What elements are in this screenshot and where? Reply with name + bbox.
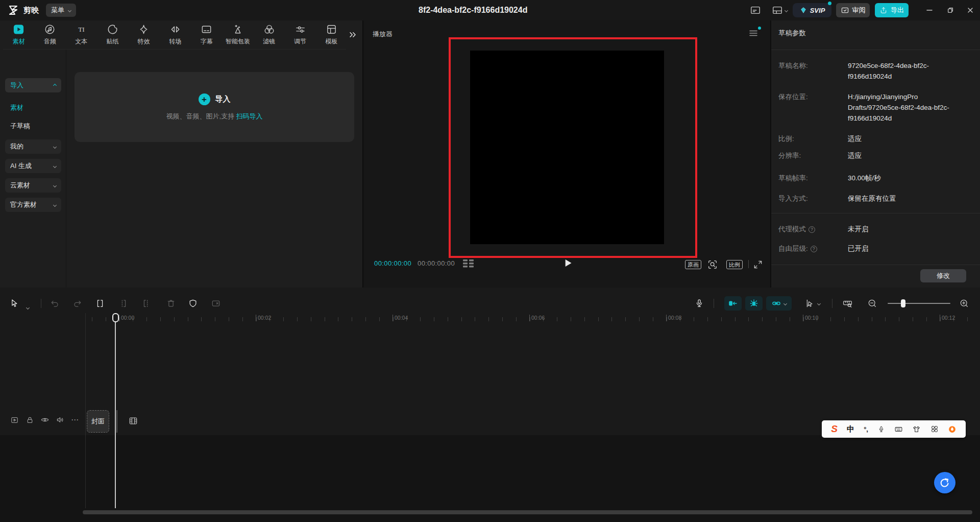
divider [771,213,980,213]
sidebar-item-ai-generate[interactable]: AI 生成 [5,159,61,173]
play-button[interactable] [561,256,574,270]
focus-zoom-button[interactable] [707,259,718,270]
ime-promo-icon[interactable] [948,425,957,434]
fullscreen-button[interactable] [753,259,763,270]
split-button[interactable] [94,298,106,309]
zoom-in-button[interactable] [958,298,970,309]
ruler-label: 00:00 [119,315,134,321]
export-button[interactable]: 导出 [875,3,909,17]
sidebar-item-subdraft[interactable]: 子草稿 [5,119,61,133]
mask-button[interactable] [187,298,199,309]
ime-keyboard-icon[interactable] [894,425,903,434]
chevron-down-icon [817,301,820,305]
sidebar-item-cloud-material[interactable]: 云素材 [5,178,61,193]
text-icon: TI [76,23,87,35]
tab-filter[interactable]: 滤镜 [253,20,284,49]
cover-button[interactable]: 封面 [87,410,109,433]
linkage-toggle[interactable] [766,296,792,311]
ime-skin-icon[interactable] [912,425,921,434]
tab-audio[interactable]: 音频 [34,20,65,49]
document-title: 8f2-4dea-bf2c-f9166d19024d [419,0,658,20]
tab-captions[interactable]: 字幕 [191,20,222,49]
more-track-options-button[interactable]: ⋯ [69,414,81,425]
redo-button[interactable] [71,298,84,309]
tab-adjust[interactable]: 调节 [285,20,316,49]
minimize-button[interactable] [922,4,937,16]
svip-badge[interactable]: SVIP [793,3,831,17]
track-type-button[interactable] [9,414,20,425]
export-upload-icon [879,6,888,14]
info-icon[interactable]: ? [811,246,817,252]
sidebar-item-import[interactable]: 导入 [5,78,61,92]
ime-mic-icon[interactable] [877,425,885,433]
main-track-placeholder[interactable] [128,415,139,426]
assistant-fab-button[interactable] [934,472,955,493]
more-tabs-button[interactable] [343,20,362,49]
delete-right-button[interactable] [140,298,153,309]
original-quality-button[interactable]: 原画 [685,260,701,269]
panel-toggle-icon[interactable] [748,4,763,16]
preview-axis-toggle[interactable] [800,298,824,309]
media-tabs: 素材 音频 TI 文本 贴纸 特效 转场 字幕 智能包装 [3,20,346,50]
timeline-zoom-slider-handle[interactable] [901,299,905,307]
record-voiceover-button[interactable] [693,298,705,309]
close-gap-button[interactable] [210,298,222,309]
main-track-magnet-toggle[interactable] [724,296,742,311]
import-dropzone[interactable]: + 导入 视频、音频、图片,支持 扫码导入 [75,72,354,142]
tab-sticker[interactable]: 贴纸 [97,20,128,49]
undo-icon [50,298,60,309]
tab-transition[interactable]: 转场 [159,20,190,49]
sidebar-item-material[interactable]: 素材 [5,101,61,115]
review-button[interactable]: 审阅 [836,3,870,17]
horizontal-scrollbar[interactable] [83,510,972,514]
chevron-down-icon [784,8,788,12]
lock-track-button[interactable] [24,414,35,425]
timeline-zoom-slider-track[interactable] [888,303,950,304]
import-hint: 视频、音频、图片,支持 扫码导入 [166,112,262,121]
tab-media[interactable]: 素材 [3,20,34,49]
video-canvas[interactable] [470,51,664,244]
delete-left-button[interactable] [117,298,129,309]
info-icon[interactable]: ? [808,226,815,233]
divider [714,299,714,308]
link-icon [771,298,781,309]
sidebar-item-mine[interactable]: 我的 [5,139,61,154]
delete-button[interactable] [165,298,177,309]
import-button[interactable]: + 导入 [199,93,231,105]
close-button[interactable] [963,4,978,16]
player-menu-button[interactable] [749,30,758,37]
playhead-handle[interactable] [112,313,119,322]
layout-switch-icon[interactable] [768,4,791,16]
sogou-logo-icon[interactable]: S [831,423,838,435]
tab-effects[interactable]: 特效 [128,20,159,49]
divider [116,410,117,433]
ime-toolbar[interactable]: S 中 °, [822,420,966,438]
restore-button[interactable] [943,4,958,16]
chevron-down-icon [53,145,57,148]
ime-toolbox-grid-icon[interactable] [930,425,939,433]
ime-mode-toggle[interactable]: 中 [847,424,854,434]
tab-text[interactable]: TI 文本 [66,20,97,49]
frame-grid-icon[interactable] [462,259,476,268]
hide-track-button[interactable] [39,414,51,425]
select-tool-chevron[interactable] [27,302,29,311]
select-tool-button[interactable] [8,298,20,309]
field-value-proxy: 未开启 [848,224,960,234]
ratio-button[interactable]: 比例 [726,260,743,269]
auto-snap-toggle[interactable] [745,296,763,311]
draft-params-panel: 草稿参数 草稿名称: 9720e5ce-68f2-4dea-bf2c-f9166… [771,20,980,288]
menu-button[interactable]: 菜单 [46,4,76,17]
ime-punctuation-toggle[interactable]: °, [864,425,868,433]
tab-template[interactable]: 模板 [316,20,346,49]
captions-icon [201,23,212,35]
sidebar-item-official-material[interactable]: 官方素材 [5,198,61,212]
scan-import-link[interactable]: 扫码导入 [236,112,263,120]
tab-smart-package[interactable]: 智能包装 [222,20,253,49]
template-icon [326,23,337,35]
field-value-import-mode: 保留在原有位置 [848,193,960,204]
zoom-out-button[interactable] [866,298,878,309]
undo-button[interactable] [48,298,61,309]
timeline-scale-button[interactable] [841,298,853,309]
modify-button[interactable]: 修改 [920,269,966,282]
mute-track-button[interactable] [55,414,66,425]
